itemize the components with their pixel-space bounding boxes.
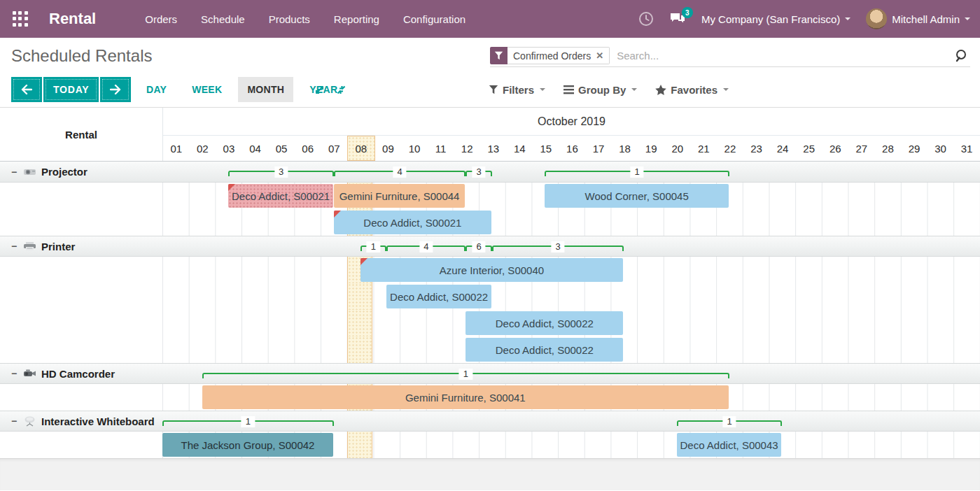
nav-menu-orders[interactable]: Orders [145, 13, 177, 25]
page-footer [0, 458, 980, 490]
gantt-row: Deco Addict, S00022 [0, 310, 980, 336]
row-gutter [0, 283, 162, 310]
row-gutter [0, 432, 162, 458]
late-flag-icon [228, 184, 235, 191]
menu-label: Favorites [671, 84, 718, 96]
row-chart: Azure Interior, S00040 [162, 257, 980, 283]
search-input[interactable] [617, 50, 955, 62]
gantt-bar-label: Deco Addict, S00022 [390, 291, 488, 303]
apps-menu-icon[interactable] [11, 10, 29, 28]
camcorder-icon [23, 369, 36, 378]
gantt-bar-label: Deco Addict, S00021 [232, 190, 330, 202]
collapse-toggle[interactable]: − [11, 241, 18, 252]
messages-badge: 3 [682, 7, 693, 18]
facet-remove-icon[interactable]: ✕ [596, 50, 603, 61]
prev-period-button[interactable] [11, 77, 42, 102]
messages-chat-icon[interactable]: 3 [669, 12, 686, 26]
scale-button-month[interactable]: MONTH [238, 77, 293, 102]
gantt-group-row-hd-camcorder[interactable]: −HD Camcorder1 [0, 363, 980, 384]
collapse-toggle[interactable]: − [11, 415, 18, 427]
consolidation-segment: 3 [492, 246, 624, 251]
gantt-row: Gemini Furniture, S00041 [0, 384, 980, 411]
gantt-bar[interactable]: Gemini Furniture, S00044 [334, 184, 465, 208]
consolidation-track: 1 [162, 364, 980, 383]
row-chart: Deco Addict, S00022 [162, 310, 980, 336]
gantt-row: Deco Addict, S00021 [0, 209, 980, 236]
day-header-22: 22 [717, 136, 743, 161]
gantt-bar[interactable]: Gemini Furniture, S00041 [202, 385, 729, 409]
gantt-bar[interactable]: Deco Addict, S00043 [677, 433, 782, 457]
scale-button-day[interactable]: DAY [137, 77, 176, 102]
gantt-bar[interactable]: Azure Interior, S00040 [360, 258, 624, 282]
gantt-bar[interactable]: Deco Addict, S00022 [386, 285, 491, 308]
consolidation-count: 4 [393, 166, 406, 178]
gantt-bar[interactable]: Deco Addict, S00022 [465, 311, 623, 335]
group-by-menu[interactable]: Group By [564, 84, 637, 96]
nav-menu-schedule[interactable]: Schedule [201, 13, 245, 25]
filters-menu[interactable]: Filters [489, 84, 545, 96]
next-period-button[interactable] [100, 77, 131, 102]
gantt-bar[interactable]: Deco Addict, S00022 [465, 338, 623, 362]
day-header-27: 27 [848, 136, 875, 161]
activities-clock-icon[interactable] [638, 11, 654, 27]
search-facet[interactable]: Confirmed Orders ✕ [490, 47, 610, 64]
company-switcher[interactable]: My Company (San Francisco) [701, 13, 850, 25]
day-header-08: 08 [347, 136, 375, 161]
consolidation-count: 3 [274, 166, 288, 178]
consolidation-count: 1 [631, 166, 644, 178]
gantt-bar-label: Deco Addict, S00022 [496, 318, 594, 329]
collapse-toggle[interactable]: − [11, 368, 18, 379]
day-header-05: 05 [268, 136, 295, 161]
chevron-down-icon [845, 17, 850, 20]
gantt-group-row-printer[interactable]: −Printer1463 [0, 236, 980, 257]
menu-label: Filters [503, 84, 534, 96]
today-column-highlight [347, 310, 373, 336]
nav-menu-products[interactable]: Products [269, 13, 310, 25]
day-header-03: 03 [216, 136, 242, 161]
collapse-toggle[interactable]: − [11, 166, 18, 178]
today-column-highlight [347, 336, 373, 363]
chevron-down-icon [965, 17, 970, 20]
scale-button-week[interactable]: WEEK [183, 77, 231, 102]
consolidation-segment: 1 [360, 246, 387, 251]
day-header-31: 31 [953, 136, 980, 161]
row-gutter [0, 183, 162, 209]
day-header-29: 29 [901, 136, 927, 161]
gantt-group-row-interactive-whiteboard[interactable]: −Interactive Whiteboard11 [0, 411, 980, 432]
favorites-menu[interactable]: Favorites [655, 84, 729, 96]
consolidation-segment: 3 [228, 171, 334, 176]
magnifier-icon[interactable] [955, 49, 970, 63]
gantt-group-row-projector[interactable]: −Projector3431 [0, 162, 980, 183]
consolidation-count: 3 [472, 166, 485, 178]
gantt-days-header: 0102030405060708091011121314151617181920… [163, 136, 980, 161]
user-menu[interactable]: Mitchell Admin [866, 8, 970, 29]
gantt-bar[interactable]: Deco Addict, S00021 [334, 211, 491, 234]
consolidation-segment: 1 [162, 420, 334, 426]
day-header-15: 15 [533, 136, 559, 161]
group-name: HD Camcorder [41, 368, 115, 380]
row-gutter [0, 336, 162, 363]
nav-menu-reporting[interactable]: Reporting [334, 13, 379, 25]
gantt-bar[interactable]: Wood Corner, S00045 [545, 184, 729, 208]
day-header-14: 14 [507, 136, 533, 161]
gantt-row: Deco Addict, S00022 [0, 283, 980, 310]
group-label: −Interactive Whiteboard [0, 411, 162, 431]
nav-menu-configuration[interactable]: Configuration [403, 13, 465, 25]
today-button[interactable]: TODAY [43, 77, 99, 102]
gantt-bar-label: The Jackson Group, S00042 [181, 439, 314, 451]
chevron-down-icon [631, 88, 637, 91]
consolidation-segment: 6 [465, 246, 492, 251]
consolidation-count: 3 [552, 241, 565, 252]
day-header-13: 13 [480, 136, 507, 161]
page-title: Scheduled Rentals [11, 46, 152, 66]
row-chart: The Jackson Group, S00042Deco Addict, S0… [162, 432, 980, 458]
row-chart: Deco Addict, S00022 [162, 336, 980, 363]
expand-rows-icon[interactable] [314, 84, 326, 96]
gantt-bar[interactable]: Deco Addict, S00021 [228, 184, 333, 208]
gantt-bar[interactable]: The Jackson Group, S00042 [162, 433, 333, 457]
late-flag-icon [334, 211, 341, 218]
app-name[interactable]: Rental [49, 10, 96, 28]
today-column-highlight [347, 283, 373, 310]
projector-icon [23, 167, 36, 177]
collapse-rows-icon[interactable] [335, 84, 347, 96]
